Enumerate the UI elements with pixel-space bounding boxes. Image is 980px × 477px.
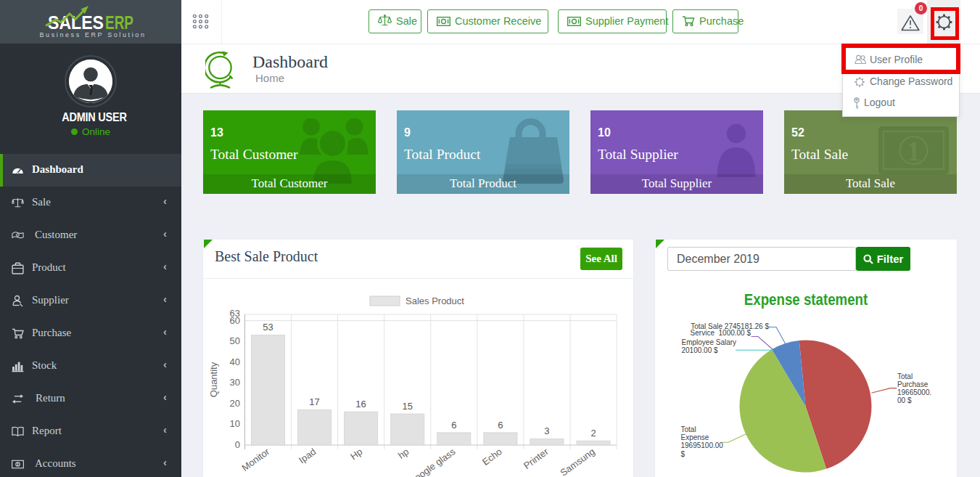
svg-text:Samsung: Samsung: [559, 446, 597, 477]
svg-text:Printer: Printer: [522, 446, 551, 471]
svg-text:17: 17: [309, 396, 319, 407]
svg-text:1: 1: [907, 136, 921, 166]
svg-text:3: 3: [544, 425, 549, 436]
svg-text:Hp: Hp: [348, 446, 364, 462]
svg-text:Ipad: Ipad: [297, 446, 318, 465]
svg-text:6: 6: [498, 420, 503, 431]
svg-text:20: 20: [230, 398, 240, 409]
svg-text:SALES: SALES: [48, 12, 104, 33]
svg-text:30: 30: [230, 377, 240, 388]
svg-text:15: 15: [402, 401, 412, 412]
svg-text:hp: hp: [396, 446, 411, 461]
svg-text:6: 6: [451, 420, 456, 431]
svg-text:ERP: ERP: [105, 12, 133, 33]
svg-text:Quantity: Quantity: [208, 362, 219, 397]
svg-text:63: 63: [230, 308, 240, 319]
svg-text:Sales Product: Sales Product: [405, 295, 464, 306]
svg-text:Monitor: Monitor: [239, 446, 271, 473]
svg-text:0: 0: [235, 439, 240, 450]
svg-text:16: 16: [355, 399, 366, 409]
svg-text:Google glass: Google glass: [406, 446, 458, 477]
svg-text:53: 53: [263, 322, 273, 333]
svg-text:2: 2: [590, 428, 596, 439]
svg-text:40: 40: [230, 356, 240, 367]
svg-text:50: 50: [230, 335, 240, 346]
svg-text:Business ERP Solution: Business ERP Solution: [40, 31, 147, 38]
svg-text:10: 10: [230, 418, 240, 429]
svg-text:Echo: Echo: [480, 446, 504, 468]
